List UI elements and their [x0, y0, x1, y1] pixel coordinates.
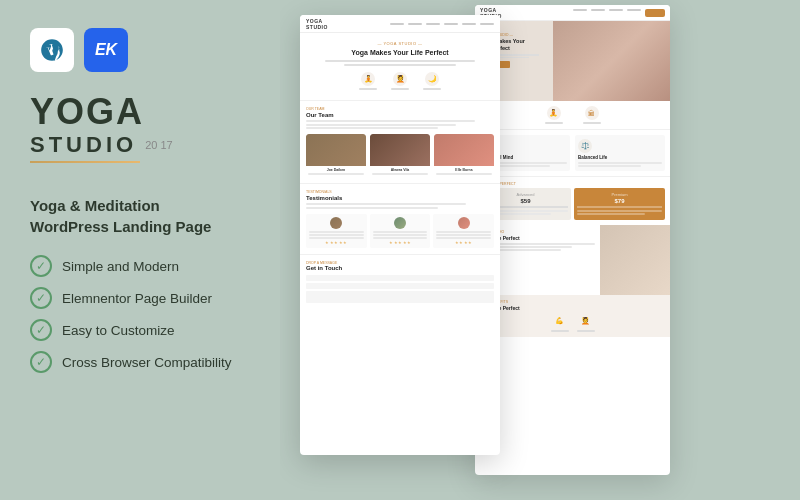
mock-testimonials-description [306, 203, 494, 209]
mock-team-role-2 [372, 173, 428, 175]
mock-input-name [306, 275, 494, 281]
feature-item-elementor: ✓ Elemnentor Page Builder [30, 287, 250, 309]
mock-nav-link-4 [444, 23, 458, 25]
mock-nav-links [390, 23, 494, 25]
check-icon-browser: ✓ [30, 351, 52, 373]
mock-right-nav: YOGASTUDIO [475, 5, 670, 21]
mock-testimonial-card-1: ★ ★ ★ ★ ★ [306, 214, 367, 248]
mock-team-cards: Joe Daiken Alwera Vila Elle Burns [306, 134, 494, 177]
mock-right-yoga-image [600, 225, 670, 295]
mock-nav-link-2 [408, 23, 422, 25]
preview-main: YOGASTUDIO — Yoga Studio — Yoga Makes Yo… [300, 15, 500, 455]
mock-team-photo-1 [306, 134, 366, 166]
mock-avatar-2 [394, 217, 406, 229]
mock-right-link-3 [609, 9, 623, 11]
mock-icon-pain-circle: 💆 [393, 72, 407, 86]
mock-hero-icons: 🧘 💆 🌙 [306, 72, 494, 94]
mock-team-title: Our Team [306, 112, 494, 118]
mock-footer-icon-circle-1: 💪 [553, 314, 567, 328]
mock-team-name-1: Joe Daiken [306, 166, 366, 173]
mock-footer-icon-label-1 [551, 330, 569, 332]
elementor-badge-label: EK [95, 41, 117, 59]
mock-review-3 [436, 231, 491, 239]
mock-review-line-3-1 [436, 231, 491, 233]
feature-item-browser: ✓ Cross Browser Compatibility [30, 351, 250, 373]
mock-team-card-2: Alwera Vila [370, 134, 430, 177]
mock-pricing-cards: Advanced $59 Premium $79 [480, 188, 665, 220]
mock-review-2 [373, 231, 428, 239]
mock-nav-link-6 [480, 23, 494, 25]
mock-feature-card-2: ⚖️ Balanced Life [575, 135, 665, 171]
mock-right-cta [645, 9, 665, 17]
mock-footer-icons: 💪 💆 [480, 314, 665, 332]
mock-feature-title-2: Balanced Life [578, 155, 662, 160]
mock-features-section: 🧘 Peaceful Mind ⚖️ Balanced Life [475, 130, 670, 176]
feature-label-simple: Simple and Modern [62, 259, 179, 274]
mock-pricing-card-featured: Premium $79 [574, 188, 665, 220]
mock-right-link-2 [591, 9, 605, 11]
mock-test-line-1 [306, 203, 466, 205]
mock-hero-title: Yoga Makes Your Life Perfect [306, 48, 494, 57]
mock-review-line-1-1 [309, 231, 364, 233]
mock-testimonial-cards: ★ ★ ★ ★ ★ ★ ★ [306, 214, 494, 248]
mock-team-photo-3 [434, 134, 494, 166]
mock-team-photo-2 [370, 134, 430, 166]
right-area: YOGASTUDIO — Yoga Studio — Yoga Makes Yo… [280, 0, 800, 500]
mock-review-line-2-1 [373, 231, 428, 233]
mock-nav-link-3 [426, 23, 440, 25]
mock-feature-line-2-1 [578, 162, 662, 164]
mock-footer-icon-2: 💆 [577, 314, 595, 332]
mock-right-icon-2: 🏛 [583, 106, 601, 124]
year-left: 20 [145, 139, 157, 151]
stars-3: ★ ★ ★ ★ [436, 240, 491, 245]
mock-hero-sub-1 [325, 60, 475, 62]
mock-review-line-1-3 [309, 237, 364, 239]
mock-right-icons-row: 🧘 🏛 [475, 101, 670, 130]
mock-testimonials-label: Testimonials [306, 190, 494, 194]
mock-input-email [306, 283, 494, 289]
check-icon-customize: ✓ [30, 319, 52, 341]
mock-nav-link-1 [390, 23, 404, 25]
mock-icon-strength-label [359, 88, 377, 90]
mock-team-line-1 [306, 120, 475, 122]
mock-review-1 [309, 231, 364, 239]
stars-1: ★ ★ ★ ★ ★ [309, 240, 364, 245]
mock-feature-line-2-2 [578, 165, 641, 167]
mock-price-2: $79 [577, 198, 662, 204]
wordpress-badge [30, 28, 74, 72]
mock-input-message [306, 291, 494, 303]
star-3: ★ [334, 240, 338, 245]
mock-icon-sleep-circle: 🌙 [425, 72, 439, 86]
feature-label-customize: Easy to Customize [62, 323, 175, 338]
logo-yoga: YOGA [30, 94, 250, 130]
mock-right-icon-label-1 [545, 122, 563, 124]
mock-icon-pain-label [391, 88, 409, 90]
mock-right-pricing-label: Your Life Perfect [480, 182, 665, 186]
mock-right-icon-label-2 [583, 122, 601, 124]
mock-right-hero: — Yoga Studio — Yoga Makes YourLife Perf… [475, 21, 670, 101]
mock-right-nav-links [573, 9, 665, 17]
feature-item-customize: ✓ Easy to Customize [30, 319, 250, 341]
mock-review-line-2-2 [373, 234, 428, 236]
mock-review-line-2-3 [373, 237, 428, 239]
mock-review-line-3-2 [436, 234, 491, 236]
preview-right: YOGASTUDIO — Yoga Studio — Yoga Makes Yo… [475, 5, 670, 475]
mock-pricing-tier-2: Premium [577, 192, 662, 197]
elementor-badge: EK [84, 28, 128, 72]
mock-team-line-2 [306, 124, 456, 126]
features-list: ✓ Simple and Modern ✓ Elemnentor Page Bu… [30, 255, 250, 373]
mock-team-card-3: Elle Burns [434, 134, 494, 177]
mock-footer-icon-1: 💪 [551, 314, 569, 332]
mock-nav: YOGASTUDIO [300, 15, 500, 33]
mock-right-link-1 [573, 9, 587, 11]
mock-right-icon-circle-1: 🧘 [547, 106, 561, 120]
mock-hero-sub-2 [344, 64, 457, 66]
mock-team-name-2: Alwera Vila [370, 166, 430, 173]
mock-testimonial-card-3: ★ ★ ★ ★ [433, 214, 494, 248]
mock-testimonials-title: Testimonials [306, 195, 494, 201]
check-icon-simple: ✓ [30, 255, 52, 277]
mock-avatar-1 [330, 217, 342, 229]
mock-review-line-3-3 [436, 237, 491, 239]
logo-year: 20 17 [145, 139, 173, 151]
check-icon-elementor: ✓ [30, 287, 52, 309]
